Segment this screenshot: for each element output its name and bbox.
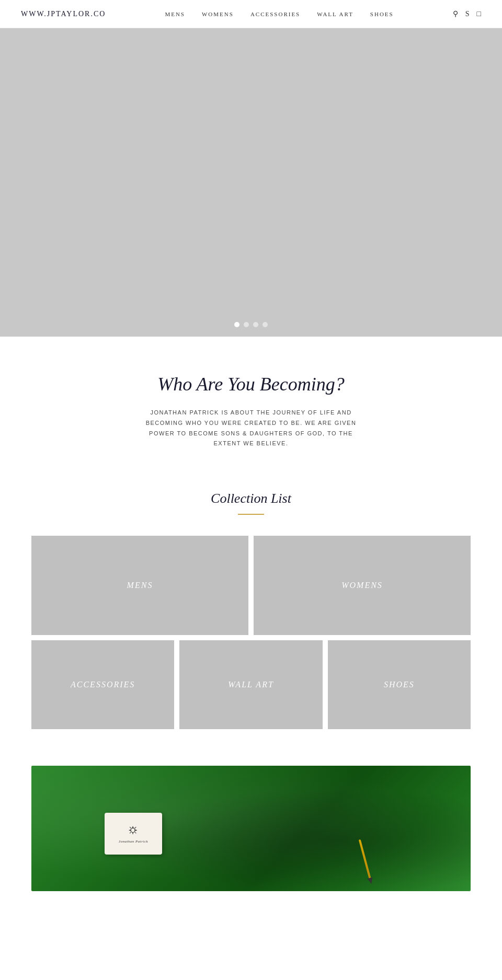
slider-dot-3[interactable] [253, 322, 258, 327]
brand-label-patch: ⛭ Jonathan Patrick [105, 813, 162, 855]
brand-label-icon: ⛭ [128, 824, 139, 837]
collection-card-womens[interactable]: WOMENS [254, 536, 471, 635]
nav-link-accessories[interactable]: ACCESSORIES [250, 11, 300, 17]
site-logo[interactable]: WWW.JPTAYLOR.CO [21, 10, 106, 18]
pen-decoration [359, 839, 372, 880]
nav-link-womens[interactable]: WOMENS [202, 11, 234, 17]
collection-card-womens-label: WOMENS [341, 581, 383, 590]
tagline-section: Who Are You Becoming? JONATHAN PATRICK I… [0, 337, 502, 480]
slider-dot-4[interactable] [263, 322, 268, 327]
slider-dot-1[interactable] [234, 322, 239, 327]
tagline-body: JONATHAN PATRICK IS ABOUT THE JOURNEY OF… [141, 408, 361, 449]
collection-divider [238, 514, 264, 515]
tagline-heading: Who Are You Becoming? [63, 373, 439, 395]
cart-icon[interactable]: □ [477, 10, 481, 18]
collection-title: Collection List [31, 491, 471, 506]
slider-dots [234, 322, 268, 327]
nav-icons: ⚲ S □ [453, 9, 481, 18]
collection-card-wall-art-label: WALL ART [228, 680, 274, 689]
collection-card-mens[interactable]: MENS [31, 536, 248, 635]
collection-card-accessories-label: ACCESSORIES [71, 680, 135, 689]
collection-section: Collection List MENS WOMENS ACCESSORIES … [0, 480, 502, 755]
site-header: WWW.JPTAYLOR.CO MENS WOMENS ACCESSORIES … [0, 0, 502, 28]
nav-link-shoes[interactable]: SHOES [370, 11, 394, 17]
hero-slider [0, 28, 502, 337]
pen-tip [367, 878, 374, 885]
grid-row-top: MENS WOMENS [31, 536, 471, 635]
brand-label-text: Jonathan Patrick [119, 839, 148, 844]
collection-card-shoes[interactable]: SHOES [328, 640, 471, 729]
collection-card-wall-art[interactable]: WALL ART [179, 640, 322, 729]
account-icon[interactable]: S [465, 10, 470, 18]
collection-grid: MENS WOMENS ACCESSORIES WALL ART SHOES [31, 536, 471, 729]
slider-dot-2[interactable] [244, 322, 249, 327]
hero-slide [0, 28, 502, 337]
collection-card-shoes-label: SHOES [384, 680, 415, 689]
collection-card-accessories[interactable]: ACCESSORIES [31, 640, 174, 729]
main-nav: MENS WOMENS ACCESSORIES WALL ART SHOES [165, 11, 393, 17]
nav-link-wall-art[interactable]: WALL ART [317, 11, 353, 17]
nav-link-mens[interactable]: MENS [165, 11, 185, 17]
collection-card-mens-label: MENS [127, 581, 153, 590]
search-icon[interactable]: ⚲ [453, 9, 458, 18]
featured-image: ⛭ Jonathan Patrick [31, 766, 471, 891]
grid-row-bottom: ACCESSORIES WALL ART SHOES [31, 640, 471, 729]
